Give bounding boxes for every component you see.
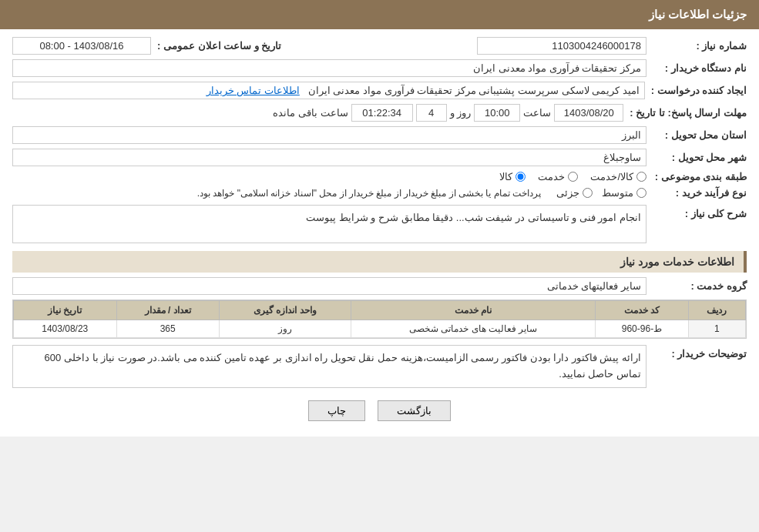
content-area: شماره نیاز : 1103004246000178 تاریخ و سا… <box>0 29 759 437</box>
mohlat-label: مهلت ارسال پاسخ: تا تاریخ : <box>623 107 747 119</box>
row-tosif: توضیحات خریدار : ارائه پیش فاکتور دارا ب… <box>12 345 747 388</box>
services-table-container: ردیف کد خدمت نام خدمت واحد اندازه گیری ت… <box>12 299 747 339</box>
col-radif: ردیف <box>688 301 745 320</box>
tabaqe-kala: کالا <box>499 171 526 182</box>
tarikh-label: تاریخ و ساعت اعلان عمومی : <box>151 40 281 52</box>
goroh-label: گروه خدمت : <box>646 280 747 292</box>
shomara-label: شماره نیاز : <box>646 40 747 52</box>
print-button[interactable]: چاپ <box>308 400 365 421</box>
col-tedad: تعداد / مقدار <box>116 301 219 320</box>
row-shahr: شهر محل تحویل : ساوجبلاغ <box>12 149 747 166</box>
col-vahed: واحد اندازه گیری <box>219 301 351 320</box>
row-ejad: ایجاد کننده درخواست : امید کریمی لاسکی س… <box>12 82 747 99</box>
nofarayand-group: متوسط جزئی پرداخت تمام یا بخشی از مبلغ خ… <box>12 187 646 199</box>
nofarayand-motawaset-radio[interactable] <box>636 188 646 198</box>
tabaqe-kala-khidmat: کالا/خدمت <box>590 171 646 182</box>
goroh-value: سایر فعالیتهای خدماتی <box>12 277 646 295</box>
cell-vahed: روز <box>219 320 351 338</box>
tabaqe-khedmat: خدمت <box>538 171 578 182</box>
button-row: بازگشت چاپ <box>12 400 747 421</box>
tabaqe-khedmat-radio[interactable] <box>568 172 578 182</box>
page-header: جزئیات اطلاعات نیاز <box>0 0 759 29</box>
services-table: ردیف کد خدمت نام خدمت واحد اندازه گیری ت… <box>13 300 746 338</box>
shahr-label: شهر محل تحویل : <box>646 152 747 163</box>
cell-tedad: 365 <box>116 320 219 338</box>
tarikh-value: 1403/08/16 - 08:00 <box>12 37 151 55</box>
row-namdastgah: نام دستگاه خریدار : مرکز تحقیقات فرآوری … <box>12 59 747 77</box>
ejad-text: امید کریمی لاسکی سرپرست پشتیبانی مرکز تح… <box>308 85 640 96</box>
back-button[interactable]: بازگشت <box>378 400 451 421</box>
table-row: 1 ط-96-960 سایر فعالیت های خدماتی شخصی ر… <box>14 320 746 338</box>
ejad-link[interactable]: اطلاعات تماس خریدار <box>207 85 300 96</box>
col-nam: نام خدمت <box>351 301 596 320</box>
cell-kod: ط-96-960 <box>596 320 688 338</box>
ejad-label: ایجاد کننده درخواست : <box>645 85 747 96</box>
namdastgah-label: نام دستگاه خریدار : <box>646 62 747 74</box>
nofarayand-jozi-radio[interactable] <box>583 188 593 198</box>
nofarayand-motawaset-label: متوسط <box>602 187 633 199</box>
shomara-value: 1103004246000178 <box>477 37 646 55</box>
shahr-value: ساوجبلاغ <box>12 149 646 166</box>
mohlat-roz: 4 <box>416 104 447 122</box>
tabaqe-khedmat-label: خدمت <box>538 171 565 182</box>
tabaqe-kala-label: کالا <box>499 171 512 182</box>
cell-radif: 1 <box>688 320 745 338</box>
nofarayand-jozi-label: جزئی <box>556 187 579 199</box>
tabaqe-kala-khidmat-label: کالا/خدمت <box>590 171 633 182</box>
nofarayand-jozi: جزئی <box>556 187 593 199</box>
nofarayand-motawaset: متوسط <box>602 187 646 199</box>
sharh-label: شرح کلی نیاز : <box>646 208 747 219</box>
namdastgah-value: مرکز تحقیقات فرآوری مواد معدنی ایران <box>12 59 646 77</box>
row-nofarayand: نوع فرآیند خرید : متوسط جزئی پرداخت تمام… <box>12 187 747 199</box>
row-mohlat: مهلت ارسال پاسخ: تا تاریخ : 1403/08/20 س… <box>12 104 747 122</box>
row-ostan: استان محل تحویل : البرز <box>12 126 747 144</box>
ejad-value: امید کریمی لاسکی سرپرست پشتیبانی مرکز تح… <box>12 82 645 99</box>
saat-label: ساعت <box>523 107 551 119</box>
row-sharh: شرح کلی نیاز : انجام امور فنی و تاسیساتی… <box>12 205 747 243</box>
tosif-label: توضیحات خریدار : <box>646 348 747 360</box>
mohlat-date: 1403/08/20 <box>554 104 623 122</box>
tosif-value: ارائه پیش فاکتور دارا بودن فاکتور رسمی ا… <box>12 345 646 388</box>
mohlat-saat: 10:00 <box>474 104 520 122</box>
cell-tarikh: 1403/08/23 <box>14 320 117 338</box>
nofarayand-label: نوع فرآیند خرید : <box>646 187 747 199</box>
mohlat-baqi: 01:22:34 <box>351 104 413 122</box>
cell-nam: سایر فعالیت های خدماتی شخصی <box>351 320 596 338</box>
row-shomara: شماره نیاز : 1103004246000178 تاریخ و سا… <box>12 37 747 55</box>
col-kod: کد خدمت <box>596 301 688 320</box>
ostan-value: البرز <box>12 126 646 144</box>
tabaqe-label: طبقه بندی موضوعی : <box>646 171 747 182</box>
ostan-label: استان محل تحویل : <box>646 129 747 141</box>
mohlat-datetime: 1403/08/20 ساعت 10:00 روز و 4 01:22:34 س… <box>12 104 623 122</box>
roz-label: روز و <box>450 107 472 119</box>
row-goroh: گروه خدمت : سایر فعالیتهای خدماتی <box>12 277 747 295</box>
sharh-value: انجام امور فنی و تاسیساتی در شیفت شب... … <box>12 205 646 243</box>
tabaqe-options: کالا/خدمت خدمت کالا <box>499 171 646 182</box>
nofarayand-note: پرداخت تمام یا بخشی از مبلغ خریدار از مب… <box>197 188 541 199</box>
page-wrapper: جزئیات اطلاعات نیاز شماره نیاز : 1103004… <box>0 0 759 437</box>
tabaqe-kala-radio[interactable] <box>516 172 526 182</box>
tabaqe-kala-khidmat-radio[interactable] <box>636 172 646 182</box>
page-title: جزئیات اطلاعات نیاز <box>649 8 747 21</box>
khadamat-section-header: اطلاعات خدمات مورد نیاز <box>12 251 747 273</box>
row-tabaqe: طبقه بندی موضوعی : کالا/خدمت خدمت کالا <box>12 171 747 182</box>
baqi-label: ساعت باقی مانده <box>273 107 348 119</box>
col-tarikh: تاریخ نیاز <box>14 301 117 320</box>
